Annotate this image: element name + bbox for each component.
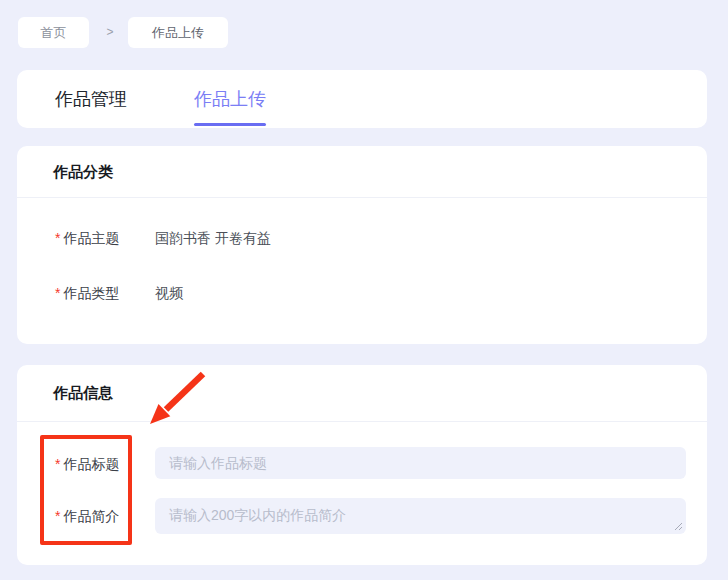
- tab-works-upload[interactable]: 作品上传: [194, 70, 266, 128]
- required-asterisk: *: [55, 230, 60, 246]
- field-label-text: 作品简介: [63, 508, 119, 524]
- field-value-type: 视频: [155, 285, 183, 303]
- field-label-text: 作品类型: [63, 285, 119, 301]
- section-divider: [17, 197, 707, 198]
- breadcrumb-item-upload[interactable]: 作品上传: [128, 17, 228, 48]
- section-title-category: 作品分类: [53, 146, 113, 197]
- field-value-theme: 国韵书香 开卷有益: [155, 230, 271, 248]
- field-label-title: *作品标题: [55, 456, 119, 474]
- section-title-info: 作品信息: [53, 365, 113, 421]
- field-label-type: *作品类型: [55, 285, 119, 303]
- work-intro-textarea[interactable]: [155, 498, 686, 534]
- breadcrumb-separator: >: [99, 17, 121, 48]
- work-title-input[interactable]: [155, 447, 686, 479]
- tabs-card: 作品管理 作品上传: [17, 70, 707, 128]
- field-label-text: 作品主题: [63, 230, 119, 246]
- textarea-resize-handle[interactable]: [673, 521, 683, 531]
- tab-works-manage[interactable]: 作品管理: [55, 70, 127, 128]
- breadcrumb-item-home[interactable]: 首页: [18, 17, 89, 48]
- section-divider: [17, 421, 707, 422]
- field-label-text: 作品标题: [63, 456, 119, 472]
- works-category-card: 作品分类 *作品主题 国韵书香 开卷有益 *作品类型 视频: [17, 146, 707, 344]
- field-label-intro: *作品简介: [55, 508, 119, 526]
- required-asterisk: *: [55, 456, 60, 472]
- work-intro-field: [155, 498, 686, 534]
- required-asterisk: *: [55, 508, 60, 524]
- field-label-theme: *作品主题: [55, 230, 119, 248]
- works-info-card: 作品信息 *作品标题 *作品简介: [17, 365, 707, 565]
- required-asterisk: *: [55, 285, 60, 301]
